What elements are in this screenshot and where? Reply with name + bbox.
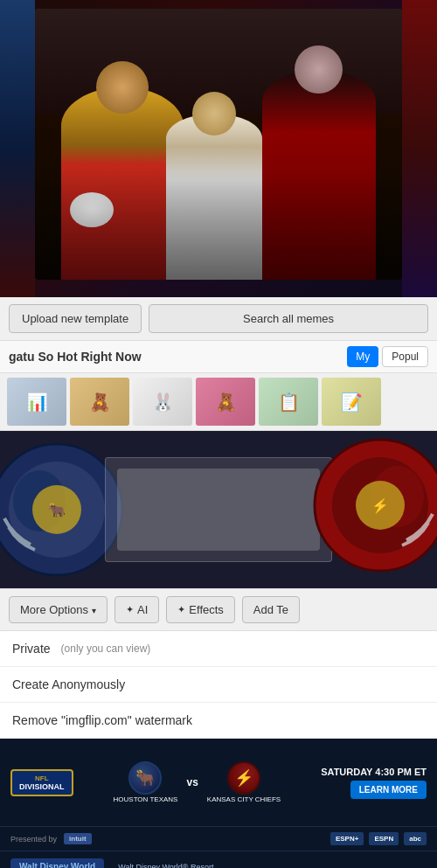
sparkle-icon: ✦ bbox=[126, 604, 134, 615]
texans-name: HOUSTON TEXANS bbox=[114, 796, 178, 804]
meme-toolbar: Upload new template Search all memes bbox=[0, 297, 437, 341]
tab-my[interactable]: My bbox=[347, 346, 378, 367]
option-private[interactable]: Private (only you can view) bbox=[0, 631, 437, 667]
game-time-text: SATURDAY 4:30 PM ET bbox=[321, 767, 427, 777]
movie-scene bbox=[35, 9, 402, 280]
more-options-label: More Options bbox=[20, 603, 88, 616]
effects-label: Effects bbox=[189, 603, 224, 616]
thumbnail-6[interactable]: 📝 bbox=[322, 378, 381, 426]
nfl-right-area: SATURDAY 4:30 PM ET LEARN MORE bbox=[321, 767, 427, 799]
scene-overlay bbox=[35, 9, 402, 280]
thumb-img-6: 📝 bbox=[322, 378, 381, 426]
abc-logo: abc bbox=[404, 832, 427, 845]
option-anonymous-label: Create Anonymously bbox=[12, 677, 125, 691]
side-decoration-left bbox=[0, 0, 35, 297]
intuit-logo: intuit bbox=[64, 833, 92, 844]
disney-tagline: Walt Disney World® Resort bbox=[118, 863, 213, 869]
texans-team-info: 🐂 HOUSTON TEXANS bbox=[114, 761, 178, 804]
disney-world-text: Walt Disney World bbox=[19, 862, 95, 868]
disney-world-banner[interactable]: Walt Disney World Walt Disney World® Res… bbox=[0, 851, 437, 868]
svg-text:⚡: ⚡ bbox=[371, 497, 389, 514]
chiefs-name: KANSAS CITY CHIEFS bbox=[207, 796, 281, 804]
thumb-img-2: 🧸 bbox=[70, 378, 129, 426]
texans-helmet-small: 🐂 bbox=[128, 761, 162, 795]
nfl-badge-area: NFL DIVISIONAL bbox=[10, 769, 73, 796]
thumbnail-5[interactable]: 📋 bbox=[259, 378, 318, 426]
text-placeholder bbox=[117, 469, 320, 551]
option-private-sublabel: (only you can view) bbox=[61, 642, 151, 655]
svg-text:🐂: 🐂 bbox=[48, 502, 66, 518]
ai-label: AI bbox=[137, 603, 148, 616]
chevron-down-icon bbox=[92, 603, 96, 616]
tab-popular[interactable]: Popul bbox=[382, 346, 428, 367]
chiefs-helmet-large: ⚡ bbox=[310, 435, 437, 575]
sponsor-bar: Presented by intuit ESPN+ ESPN abc bbox=[0, 826, 437, 851]
option-anonymous[interactable]: Create Anonymously bbox=[0, 667, 437, 703]
vs-text: vs bbox=[186, 776, 198, 788]
divisional-text: DIVISIONAL bbox=[19, 782, 65, 791]
effects-sparkle-icon: ✦ bbox=[177, 604, 185, 615]
tab-buttons: My Popul bbox=[347, 346, 428, 367]
more-options-button[interactable]: More Options bbox=[9, 596, 108, 623]
nfl-ad-banner[interactable]: NFL DIVISIONAL 🐂 HOUSTON TEXANS vs ⚡ KAN… bbox=[0, 739, 437, 826]
effects-button[interactable]: ✦ Effects bbox=[166, 596, 235, 623]
hero-image bbox=[0, 0, 437, 297]
option-watermark-label: Remove "imgflip.com" watermark bbox=[12, 713, 192, 727]
learn-more-button[interactable]: LEARN MORE bbox=[350, 781, 427, 799]
ai-button[interactable]: ✦ AI bbox=[114, 596, 159, 623]
template-title: gatu So Hot Right Now bbox=[9, 350, 142, 364]
template-header: gatu So Hot Right Now My Popul bbox=[0, 341, 437, 373]
thumb-img-4: 🧸 bbox=[196, 378, 255, 426]
disney-world-logo: Walt Disney World bbox=[10, 858, 104, 868]
sponsor-presented-text: Presented by bbox=[10, 835, 57, 844]
search-memes-button[interactable]: Search all memes bbox=[149, 304, 428, 333]
action-buttons-row: More Options ✦ AI ✦ Effects Add Te bbox=[0, 588, 437, 631]
nfl-logo-text: NFL bbox=[35, 774, 49, 782]
add-text-label: Add Te bbox=[253, 603, 288, 616]
thumbnail-4[interactable]: 🧸 bbox=[196, 378, 255, 426]
thumb-img-3: 🐰 bbox=[133, 378, 192, 426]
meme-editor-area: 🐂 ⚡ bbox=[0, 431, 437, 588]
espn-logo: ESPN bbox=[369, 832, 399, 845]
thumbnail-2[interactable]: 🧸 bbox=[70, 378, 129, 426]
upload-template-button[interactable]: Upload new template bbox=[9, 304, 142, 333]
thumbnail-1[interactable]: 📊 bbox=[7, 378, 66, 426]
option-private-label: Private bbox=[12, 642, 51, 656]
espnplus-logo: ESPN+ bbox=[330, 832, 364, 845]
tv-logos-group: ESPN+ ESPN abc bbox=[330, 832, 427, 845]
thumb-img-1: 📊 bbox=[7, 378, 66, 426]
side-decoration-right bbox=[402, 0, 437, 297]
thumb-img-5: 📋 bbox=[259, 378, 318, 426]
nfl-teams-center: 🐂 HOUSTON TEXANS vs ⚡ KANSAS CITY CHIEFS bbox=[73, 761, 322, 804]
center-text-input-area[interactable] bbox=[105, 457, 332, 562]
add-text-button[interactable]: Add Te bbox=[242, 596, 300, 623]
nfl-divisional-badge: NFL DIVISIONAL bbox=[10, 769, 73, 796]
chiefs-helmet-small: ⚡ bbox=[227, 761, 260, 795]
chiefs-team-info: ⚡ KANSAS CITY CHIEFS bbox=[207, 761, 281, 804]
thumbnail-3[interactable]: 🐰 bbox=[133, 378, 192, 426]
meme-thumbnails-strip: 📊 🧸 🐰 🧸 📋 📝 bbox=[0, 373, 437, 431]
option-watermark[interactable]: Remove "imgflip.com" watermark bbox=[0, 703, 437, 739]
options-section: Private (only you can view) Create Anony… bbox=[0, 631, 437, 739]
